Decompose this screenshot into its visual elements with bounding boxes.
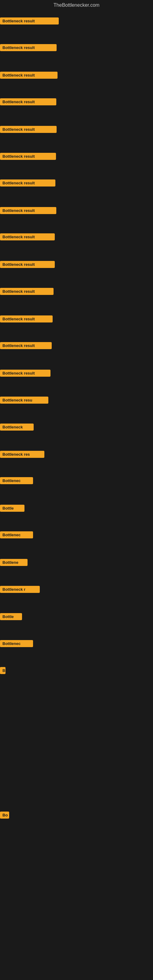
bottleneck-result-item: Bottle <box>0 505 24 512</box>
bottleneck-result-item: Bottleneck res <box>0 451 45 458</box>
site-title: TheBottlenecker.com <box>0 0 153 10</box>
bottleneck-result-item: Bottleneck result <box>0 44 57 51</box>
bottleneck-result-item: Bottleneck resu <box>0 396 48 404</box>
bottleneck-result-item: Bottleneck result <box>0 72 57 79</box>
bottleneck-result-item: Bottle <box>0 613 22 620</box>
bottleneck-result-item: Bottleneck result <box>0 207 56 214</box>
bottleneck-result-item: Bottleneck result <box>0 126 57 133</box>
bottleneck-result-item: Bottleneck <box>0 423 33 431</box>
bottleneck-result-item: Bottleneck result <box>0 153 56 160</box>
bottleneck-result-item: Bottleneck result <box>0 315 53 323</box>
bottleneck-result-item: Bottlene <box>0 559 27 566</box>
bottleneck-result-item: Bottleneck result <box>0 98 56 105</box>
bottleneck-result-item: Bottleneck result <box>0 370 51 377</box>
bottleneck-result-item: Bottleneck result <box>0 233 55 240</box>
bottleneck-result-item: Bottlenec <box>0 477 33 484</box>
bottleneck-result-item: Bottleneck result <box>0 261 55 268</box>
bottleneck-result-item: Bottleneck result <box>0 342 52 349</box>
bottleneck-result-item: Bottlenec <box>0 531 33 538</box>
bottleneck-result-item: Bottleneck result <box>0 18 59 24</box>
bottleneck-result-item: B <box>0 667 5 674</box>
bottleneck-result-item: Bottleneck r <box>0 586 40 593</box>
bottleneck-result-item: Bottleneck result <box>0 288 54 295</box>
bottleneck-result-item: Bottleneck result <box>0 180 56 186</box>
bottleneck-result-item: Bo <box>0 811 9 819</box>
bottleneck-result-item: Bottlenec <box>0 640 33 647</box>
